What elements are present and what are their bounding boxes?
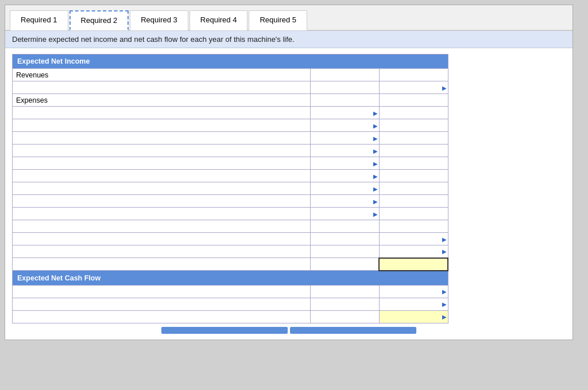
- row-label: [13, 81, 311, 94]
- scroll-bar-area: [12, 327, 566, 334]
- tab-required-3[interactable]: Required 3: [130, 10, 188, 30]
- table-row: [13, 170, 448, 182]
- table-row: [13, 245, 448, 258]
- table-row: [13, 107, 448, 119]
- expense-val1: [310, 107, 379, 119]
- net-income-header-row: Expected Net Income: [13, 54, 448, 69]
- net-cash-result-row: [13, 310, 448, 323]
- net-cash-header-row: Expected Net Cash Flow: [13, 271, 448, 286]
- revenues-label-row: Revenues: [13, 69, 448, 81]
- expense-val2: [379, 107, 448, 119]
- row-val2: [379, 81, 448, 94]
- scroll-bar-right[interactable]: [290, 327, 416, 334]
- main-window: Required 1 Required 2 Required 3 Require…: [5, 5, 573, 340]
- table-row: [13, 208, 448, 220]
- table-row: [13, 145, 448, 157]
- table-row: [13, 233, 448, 245]
- row-val1: [310, 81, 379, 94]
- revenues-label: Revenues: [13, 69, 311, 81]
- tab-bar: Required 1 Required 2 Required 3 Require…: [5, 5, 572, 31]
- table-row: [13, 195, 448, 208]
- income-table: Expected Net Income Revenues Expenses: [12, 54, 448, 323]
- table-row: [13, 220, 448, 233]
- tab-required-4[interactable]: Required 4: [189, 10, 248, 30]
- expenses-col1: [310, 94, 379, 107]
- table-row: [13, 285, 448, 298]
- instruction-bar: Determine expected net income and net ca…: [5, 31, 572, 48]
- net-income-value[interactable]: [379, 258, 448, 271]
- net-cash-header-cell: Expected Net Cash Flow: [13, 271, 448, 286]
- expenses-label: Expenses: [13, 94, 311, 107]
- table-row: [13, 298, 448, 310]
- expenses-label-row: Expenses: [13, 94, 448, 107]
- net-income-header-cell: Expected Net Income: [13, 54, 448, 69]
- table-row: [13, 157, 448, 170]
- instruction-text: Determine expected net income and net ca…: [12, 35, 295, 44]
- tab-required-5[interactable]: Required 5: [249, 10, 307, 30]
- table-row: [13, 182, 448, 195]
- net-income-result-row: [13, 258, 448, 271]
- revenues-col2: [379, 69, 448, 81]
- scroll-bar-left[interactable]: [161, 327, 288, 334]
- content-area: Expected Net Income Revenues Expenses: [5, 48, 572, 340]
- revenues-col1: [310, 69, 379, 81]
- expenses-col2: [379, 94, 448, 107]
- table-row: [13, 132, 448, 145]
- tab-required-2[interactable]: Required 2: [69, 10, 129, 30]
- table-row: [13, 119, 448, 132]
- tab-required-1[interactable]: Required 1: [10, 10, 68, 30]
- net-cash-value[interactable]: [379, 310, 448, 323]
- table-row: [13, 81, 448, 94]
